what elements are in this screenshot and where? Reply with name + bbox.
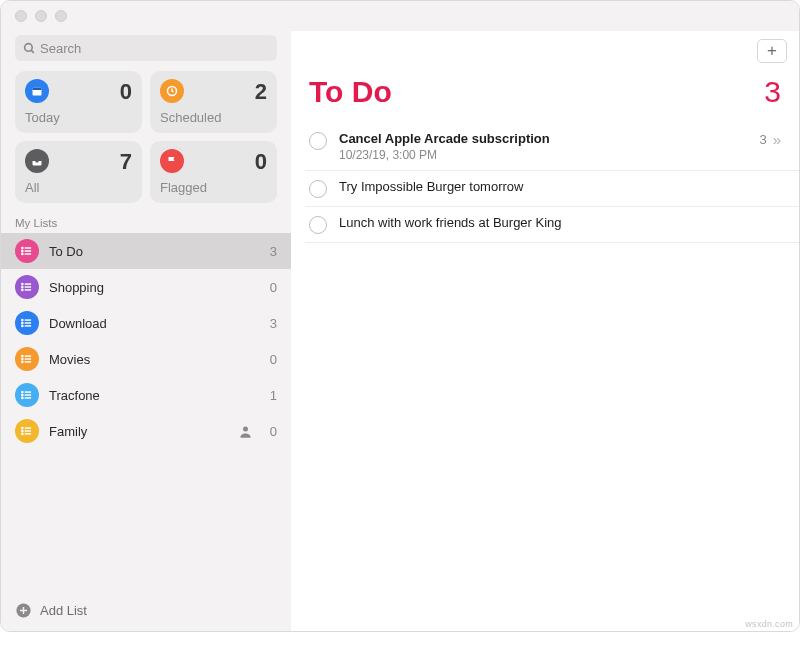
chevron-right-icon: » [773, 131, 781, 148]
search-input[interactable]: Search [15, 35, 277, 61]
svg-point-28 [22, 361, 23, 362]
card-all-count: 7 [120, 149, 132, 175]
card-today-count: 0 [120, 79, 132, 105]
svg-point-20 [22, 320, 23, 321]
list-icon [15, 383, 39, 407]
list-name: Movies [49, 352, 261, 367]
watermark: wsxdn.com [745, 619, 793, 629]
svg-point-21 [22, 322, 23, 323]
svg-point-0 [25, 43, 33, 51]
card-today-label: Today [25, 110, 132, 125]
svg-point-27 [22, 358, 23, 359]
list-name: Family [49, 424, 238, 439]
complete-toggle[interactable] [309, 180, 327, 198]
list-name: Shopping [49, 280, 261, 295]
subtask-count: 3 [759, 132, 766, 147]
svg-point-39 [22, 430, 23, 431]
sidebar: Search 0 Today [1, 31, 291, 631]
list-count: 0 [261, 424, 277, 439]
svg-line-1 [31, 50, 34, 53]
add-list-label: Add List [40, 603, 87, 618]
list-icon [15, 239, 39, 263]
list-count: 3 [261, 244, 277, 259]
search-icon [23, 42, 36, 55]
reminder-title: Cancel Apple Arcade subscription [339, 131, 759, 146]
svg-point-41 [243, 426, 248, 431]
main-toolbar: + [291, 31, 799, 71]
titlebar [1, 1, 799, 31]
reminder-body: Try Impossible Burger tomorrow [339, 179, 781, 194]
svg-rect-3 [33, 88, 42, 91]
subtask-indicator[interactable]: 3» [759, 131, 781, 148]
sidebar-list-item[interactable]: Download3 [1, 305, 291, 341]
card-scheduled-count: 2 [255, 79, 267, 105]
sidebar-list-item[interactable]: Tracfone1 [1, 377, 291, 413]
shared-icon [238, 424, 253, 439]
reminders-container: Cancel Apple Arcade subscription10/23/19… [291, 123, 799, 243]
clock-icon [160, 79, 184, 103]
list-count: 1 [261, 388, 277, 403]
reminder-body: Cancel Apple Arcade subscription10/23/19… [339, 131, 759, 162]
list-count: 0 [261, 280, 277, 295]
sidebar-list-item[interactable]: Movies0 [1, 341, 291, 377]
sidebar-list-item[interactable]: Shopping0 [1, 269, 291, 305]
svg-point-14 [22, 284, 23, 285]
list-icon [15, 347, 39, 371]
svg-point-16 [22, 289, 23, 290]
svg-point-9 [22, 250, 23, 251]
svg-point-10 [22, 253, 23, 254]
card-flagged-label: Flagged [160, 180, 267, 195]
zoom-window-button[interactable] [55, 10, 67, 22]
window-controls [15, 10, 67, 22]
svg-point-40 [22, 433, 23, 434]
svg-point-8 [22, 248, 23, 249]
calendar-icon [25, 79, 49, 103]
svg-point-15 [22, 286, 23, 287]
svg-point-34 [22, 397, 23, 398]
sidebar-list-item[interactable]: To Do3 [1, 233, 291, 269]
list-icon [15, 419, 39, 443]
svg-point-32 [22, 392, 23, 393]
reminder-row[interactable]: Try Impossible Burger tomorrow [305, 171, 799, 207]
card-flagged[interactable]: 0 Flagged [150, 141, 277, 203]
flag-icon [160, 149, 184, 173]
list-name: Tracfone [49, 388, 261, 403]
close-window-button[interactable] [15, 10, 27, 22]
add-list-button[interactable]: Add List [1, 592, 291, 631]
minimize-window-button[interactable] [35, 10, 47, 22]
svg-point-22 [22, 325, 23, 326]
content: Search 0 Today [1, 31, 799, 631]
reminder-body: Lunch with work friends at Burger King [339, 215, 781, 230]
list-name: Download [49, 316, 261, 331]
reminder-row[interactable]: Cancel Apple Arcade subscription10/23/19… [305, 123, 799, 171]
search-placeholder: Search [40, 41, 81, 56]
complete-toggle[interactable] [309, 216, 327, 234]
main-pane: + To Do 3 Cancel Apple Arcade subscripti… [291, 31, 799, 631]
smart-list-cards: 0 Today 2 Scheduled [1, 71, 291, 215]
svg-point-33 [22, 394, 23, 395]
reminder-title: Try Impossible Burger tomorrow [339, 179, 781, 194]
inbox-icon [25, 149, 49, 173]
svg-point-26 [22, 356, 23, 357]
add-reminder-button[interactable]: + [757, 39, 787, 63]
list-count: 3 [261, 316, 277, 331]
card-all[interactable]: 7 All [15, 141, 142, 203]
list-name: To Do [49, 244, 261, 259]
reminder-title: Lunch with work friends at Burger King [339, 215, 781, 230]
lists-container: To Do3Shopping0Download3Movies0Tracfone1… [1, 233, 291, 449]
main-count: 3 [764, 75, 781, 109]
sidebar-list-item[interactable]: Family0 [1, 413, 291, 449]
my-lists-header: My Lists [1, 215, 291, 233]
list-icon [15, 275, 39, 299]
plus-icon: + [767, 41, 777, 61]
reminder-row[interactable]: Lunch with work friends at Burger King [305, 207, 799, 243]
main-header: To Do 3 [291, 71, 799, 123]
list-icon [15, 311, 39, 335]
card-all-label: All [25, 180, 132, 195]
complete-toggle[interactable] [309, 132, 327, 150]
app-window: Search 0 Today [0, 0, 800, 632]
plus-circle-icon [15, 602, 32, 619]
card-scheduled[interactable]: 2 Scheduled [150, 71, 277, 133]
card-today[interactable]: 0 Today [15, 71, 142, 133]
card-flagged-count: 0 [255, 149, 267, 175]
